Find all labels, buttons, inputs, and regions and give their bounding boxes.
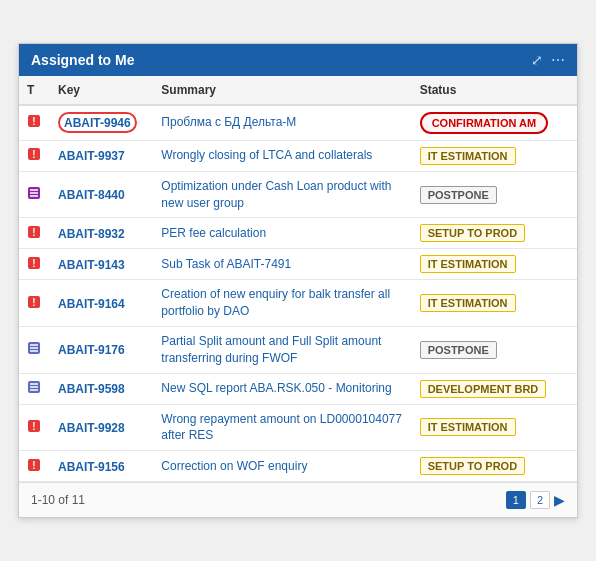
page-2-button[interactable]: 2 bbox=[530, 491, 550, 509]
svg-text:!: ! bbox=[32, 460, 35, 471]
type-cell: ! bbox=[19, 105, 50, 141]
panel-title: Assigned to Me bbox=[31, 52, 134, 68]
issue-key-link[interactable]: ABAIT-9164 bbox=[58, 297, 125, 311]
key-cell[interactable]: ABAIT-9937 bbox=[50, 140, 153, 171]
key-cell[interactable]: ABAIT-9143 bbox=[50, 249, 153, 280]
type-icon: ! bbox=[27, 460, 41, 475]
next-page-icon[interactable]: ▶ bbox=[554, 492, 565, 508]
type-cell bbox=[19, 373, 50, 404]
table-row: ! ABAIT-9928 Wrong repayment amount on L… bbox=[19, 404, 577, 451]
status-cell: SETUP TO PROD bbox=[412, 451, 577, 482]
col-header-key[interactable]: Key bbox=[50, 76, 153, 105]
table-container: T Key Summary Status ! ABAIT-9946 Проблм… bbox=[19, 76, 577, 482]
type-cell: ! bbox=[19, 218, 50, 249]
issue-key-link[interactable]: ABAIT-9928 bbox=[58, 421, 125, 435]
key-cell[interactable]: ABAIT-8932 bbox=[50, 218, 153, 249]
issue-key-link[interactable]: ABAIT-9156 bbox=[58, 460, 125, 474]
status-badge: CONFIRMATION AM bbox=[420, 112, 548, 134]
svg-text:!: ! bbox=[32, 297, 35, 308]
issue-key-link[interactable]: ABAIT-8440 bbox=[58, 188, 125, 202]
type-icon bbox=[27, 188, 41, 203]
status-badge: IT ESTIMATION bbox=[420, 418, 516, 436]
table-row: ! ABAIT-8932 PER fee calculation SETUP T… bbox=[19, 218, 577, 249]
table-footer: 1-10 of 11 1 2 ▶ bbox=[19, 482, 577, 517]
type-cell: ! bbox=[19, 249, 50, 280]
type-cell bbox=[19, 327, 50, 374]
type-icon: ! bbox=[27, 149, 41, 164]
pagination-info: 1-10 of 11 bbox=[31, 493, 85, 507]
status-cell: CONFIRMATION AM bbox=[412, 105, 577, 141]
status-badge: POSTPONE bbox=[420, 186, 497, 204]
table-row: ! ABAIT-9946 Проблма с БД Дельта-М CONFI… bbox=[19, 105, 577, 141]
page-1-button[interactable]: 1 bbox=[506, 491, 526, 509]
status-badge: IT ESTIMATION bbox=[420, 294, 516, 312]
issue-key-link[interactable]: ABAIT-9598 bbox=[58, 382, 125, 396]
table-row: ! ABAIT-9937 Wrongly closing of LTCA and… bbox=[19, 140, 577, 171]
expand-icon[interactable]: ⤢ bbox=[531, 52, 543, 68]
type-cell: ! bbox=[19, 140, 50, 171]
summary-cell: Optimization under Cash Loan product wit… bbox=[153, 171, 411, 218]
key-cell[interactable]: ABAIT-9598 bbox=[50, 373, 153, 404]
svg-text:!: ! bbox=[32, 227, 35, 238]
type-icon: ! bbox=[27, 258, 41, 273]
issues-table: T Key Summary Status ! ABAIT-9946 Проблм… bbox=[19, 76, 577, 482]
key-cell[interactable]: ABAIT-9928 bbox=[50, 404, 153, 451]
key-cell[interactable]: ABAIT-8440 bbox=[50, 171, 153, 218]
assigned-to-me-panel: Assigned to Me ⤢ ⋯ T Key Summary Status … bbox=[18, 43, 578, 518]
type-cell: ! bbox=[19, 451, 50, 482]
svg-text:!: ! bbox=[32, 258, 35, 269]
issue-key-link[interactable]: ABAIT-9937 bbox=[58, 149, 125, 163]
status-cell: IT ESTIMATION bbox=[412, 140, 577, 171]
summary-cell: Correction on WOF enquiry bbox=[153, 451, 411, 482]
status-badge: POSTPONE bbox=[420, 341, 497, 359]
summary-cell: Wrongly closing of LTCA and collaterals bbox=[153, 140, 411, 171]
key-cell[interactable]: ABAIT-9164 bbox=[50, 280, 153, 327]
status-cell: DEVELOPMENT BRD bbox=[412, 373, 577, 404]
summary-text: Partial Split amount and Full Split amou… bbox=[161, 334, 381, 365]
type-cell bbox=[19, 171, 50, 218]
status-cell: IT ESTIMATION bbox=[412, 404, 577, 451]
type-icon: ! bbox=[27, 297, 41, 312]
summary-cell: New SQL report ABA.RSK.050 - Monitoring bbox=[153, 373, 411, 404]
table-row: ABAIT-9598 New SQL report ABA.RSK.050 - … bbox=[19, 373, 577, 404]
issue-key-link[interactable]: ABAIT-9946 bbox=[64, 116, 131, 130]
table-row: ABAIT-8440 Optimization under Cash Loan … bbox=[19, 171, 577, 218]
status-badge: IT ESTIMATION bbox=[420, 147, 516, 165]
type-cell: ! bbox=[19, 280, 50, 327]
menu-icon[interactable]: ⋯ bbox=[551, 52, 565, 68]
svg-text:!: ! bbox=[32, 149, 35, 160]
status-badge: DEVELOPMENT BRD bbox=[420, 380, 547, 398]
header-icons: ⤢ ⋯ bbox=[531, 52, 565, 68]
summary-cell: Проблма с БД Дельта-М bbox=[153, 105, 411, 141]
summary-cell: Wrong repayment amount on LD0000104077 a… bbox=[153, 404, 411, 451]
summary-text: Optimization under Cash Loan product wit… bbox=[161, 179, 391, 210]
summary-text: Creation of new enquiry for balk transfe… bbox=[161, 287, 390, 318]
issue-key-link[interactable]: ABAIT-8932 bbox=[58, 227, 125, 241]
col-header-status[interactable]: Status bbox=[412, 76, 577, 105]
status-cell: IT ESTIMATION bbox=[412, 249, 577, 280]
summary-text: Проблма с БД Дельта-М bbox=[161, 115, 296, 129]
table-row: ! ABAIT-9164 Creation of new enquiry for… bbox=[19, 280, 577, 327]
summary-text: Wrongly closing of LTCA and collaterals bbox=[161, 148, 372, 162]
status-cell: IT ESTIMATION bbox=[412, 280, 577, 327]
issue-key-link[interactable]: ABAIT-9143 bbox=[58, 258, 125, 272]
summary-cell: PER fee calculation bbox=[153, 218, 411, 249]
key-cell[interactable]: ABAIT-9156 bbox=[50, 451, 153, 482]
issue-key-link[interactable]: ABAIT-9176 bbox=[58, 343, 125, 357]
summary-text: Correction on WOF enquiry bbox=[161, 459, 307, 473]
status-badge: IT ESTIMATION bbox=[420, 255, 516, 273]
type-icon bbox=[27, 382, 41, 397]
status-badge: SETUP TO PROD bbox=[420, 224, 525, 242]
key-cell[interactable]: ABAIT-9946 bbox=[50, 105, 153, 141]
summary-cell: Creation of new enquiry for balk transfe… bbox=[153, 280, 411, 327]
summary-text: Sub Task of ABAIT-7491 bbox=[161, 257, 291, 271]
status-badge: SETUP TO PROD bbox=[420, 457, 525, 475]
type-icon bbox=[27, 343, 41, 358]
status-cell: SETUP TO PROD bbox=[412, 218, 577, 249]
table-row: ABAIT-9176 Partial Split amount and Full… bbox=[19, 327, 577, 374]
key-cell[interactable]: ABAIT-9176 bbox=[50, 327, 153, 374]
type-icon: ! bbox=[27, 116, 41, 131]
col-header-summary[interactable]: Summary bbox=[153, 76, 411, 105]
type-cell: ! bbox=[19, 404, 50, 451]
panel-header: Assigned to Me ⤢ ⋯ bbox=[19, 44, 577, 76]
